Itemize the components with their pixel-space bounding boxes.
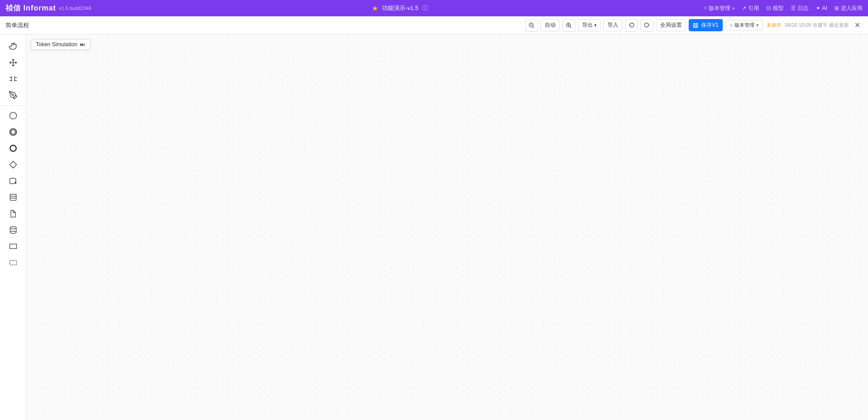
- ai-icon: ✦: [816, 5, 820, 11]
- nav-label-cite: 引用: [748, 5, 759, 12]
- auto-button[interactable]: 自动: [541, 19, 560, 31]
- svg-point-20: [11, 130, 15, 134]
- rect-tool[interactable]: [0, 238, 26, 254]
- redo-button[interactable]: [641, 19, 653, 32]
- page-title: 简单流程: [5, 21, 523, 29]
- center-area: ★ 功能演示-v1.5 ⓘ: [96, 4, 704, 13]
- import-button[interactable]: 导入: [603, 19, 622, 31]
- nav-item-model[interactable]: ⊡ 模型: [766, 5, 784, 12]
- rounded-rect-tool[interactable]: [0, 173, 26, 189]
- nav-item-version-mgmt[interactable]: ⑂ 版本管理 ▾: [704, 5, 735, 12]
- canvas-area[interactable]: Token Simulation ⏭: [26, 34, 868, 420]
- svg-point-21: [10, 145, 16, 151]
- nav-item-cite[interactable]: ↗ 引用: [742, 5, 759, 12]
- nav-label-log: 日志: [798, 5, 809, 12]
- svg-point-30: [10, 231, 16, 234]
- shape-tools-section: [0, 106, 26, 273]
- cylinder-tool[interactable]: [0, 222, 26, 238]
- right-nav-area: ⑂ 版本管理 ▾ ↗ 引用 ⊡ 模型 ☰ 日志 ✦ AI ⊞ 进入应用: [704, 5, 863, 12]
- svg-rect-8: [694, 25, 697, 27]
- database-box-tool[interactable]: [0, 189, 26, 205]
- token-simulation-badge[interactable]: Token Simulation ⏭: [31, 39, 90, 50]
- global-settings-button[interactable]: 全局设置: [656, 19, 686, 31]
- pen-tool[interactable]: [0, 87, 26, 103]
- version-mgmt-icon: ⑂: [704, 5, 707, 11]
- export-button[interactable]: 导出 ▾: [578, 19, 601, 31]
- version-text: v1.5 build2346: [59, 5, 91, 11]
- save-time-label: 06/20 10:09 肖建宇 最近更新: [785, 22, 849, 29]
- topbar: 祯信 Informat v1.5 build2346 ★ 功能演示-v1.5 ⓘ…: [0, 0, 868, 16]
- version-badge-icon: ⑂: [730, 23, 733, 28]
- nav-tools-section: [0, 36, 26, 106]
- logo-area: 祯信 Informat v1.5 build2346: [5, 4, 96, 13]
- svg-line-1: [533, 26, 534, 28]
- star-icon: ★: [372, 4, 378, 13]
- unsaved-label: 未保存: [766, 22, 781, 29]
- svg-marker-22: [10, 161, 17, 168]
- move-tool[interactable]: [0, 54, 26, 71]
- undo-button[interactable]: [625, 19, 638, 32]
- svg-line-4: [570, 26, 571, 28]
- nav-item-enter-app[interactable]: ⊞ 进入应用: [834, 5, 863, 12]
- export-dropdown-arrow: ▾: [594, 23, 597, 28]
- zoom-in-button[interactable]: [562, 19, 575, 32]
- svg-rect-31: [10, 244, 17, 249]
- log-icon: ☰: [791, 5, 796, 11]
- svg-rect-24: [10, 194, 16, 200]
- main-area: Token Simulation ⏭: [0, 34, 868, 420]
- toolbar: 简单流程 自动 导出 ▾ 导入: [0, 16, 868, 34]
- version-mgmt-button[interactable]: ⑂ 版本管理 ▾: [725, 20, 763, 30]
- diamond-tool[interactable]: [0, 156, 26, 173]
- nav-label-enter-app: 进入应用: [841, 5, 863, 12]
- nav-label-model: 模型: [773, 5, 784, 12]
- dropdown-arrow-version: ▾: [732, 6, 735, 11]
- enter-app-icon: ⊞: [834, 5, 839, 11]
- circle-outline-tool[interactable]: [0, 107, 26, 124]
- document-tool[interactable]: [0, 205, 26, 222]
- logo-text: 祯信 Informat: [5, 4, 56, 13]
- zoom-out-button[interactable]: [525, 19, 538, 32]
- version-dropdown-arrow: ▾: [756, 23, 759, 28]
- svg-point-27: [10, 227, 16, 229]
- token-simulation-icon: ⏭: [80, 41, 85, 48]
- left-tool-panel: [0, 34, 26, 420]
- nav-item-log[interactable]: ☰ 日志: [791, 5, 809, 12]
- save-v1-button[interactable]: 保存V1: [689, 19, 723, 31]
- svg-rect-23: [10, 178, 16, 184]
- dashed-rect-tool[interactable]: [0, 254, 26, 271]
- project-name: 功能演示-v1.5: [382, 4, 419, 12]
- nav-label-ai: AI: [822, 5, 827, 11]
- cite-icon: ↗: [742, 5, 746, 11]
- info-icon[interactable]: ⓘ: [422, 4, 428, 12]
- version-info-area: ⑂ 版本管理 ▾ 未保存 06/20 10:09 肖建宇 最近更新: [725, 20, 849, 30]
- svg-rect-32: [10, 260, 17, 265]
- split-tool[interactable]: [0, 71, 26, 87]
- double-circle-tool[interactable]: [0, 124, 26, 140]
- hand-tool[interactable]: [0, 38, 26, 54]
- model-icon: ⊡: [766, 5, 771, 11]
- svg-point-17: [12, 94, 14, 96]
- version-badge-label: 版本管理: [735, 22, 755, 29]
- token-simulation-label: Token Simulation: [36, 41, 77, 48]
- close-button[interactable]: ✕: [852, 20, 863, 31]
- nav-label-version-mgmt: 版本管理: [709, 5, 730, 12]
- thick-circle-tool[interactable]: [0, 140, 26, 156]
- svg-point-18: [10, 112, 17, 119]
- nav-item-ai[interactable]: ✦ AI: [816, 5, 827, 11]
